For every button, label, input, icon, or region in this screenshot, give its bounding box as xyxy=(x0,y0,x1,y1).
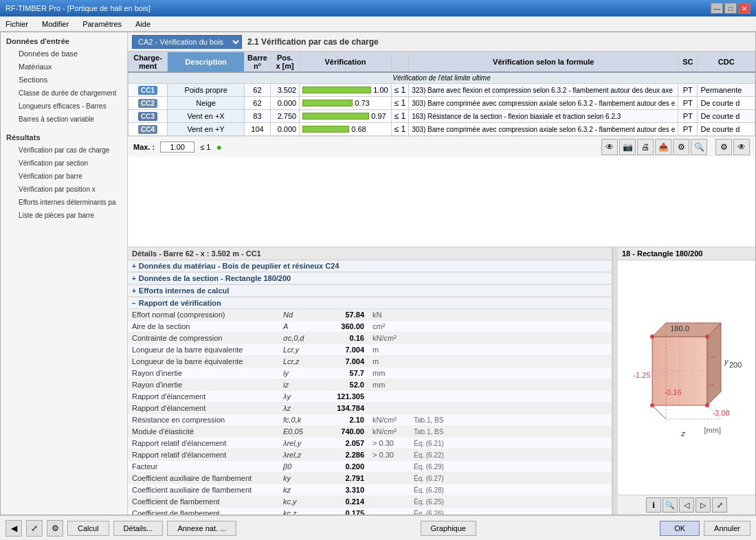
section-left-icon[interactable]: ◁ xyxy=(679,497,694,513)
cc2-sc: PT xyxy=(678,97,698,110)
sidebar-item-verif-section[interactable]: Vérification par section xyxy=(5,157,123,170)
section-right-icon[interactable]: ▷ xyxy=(696,497,711,513)
max-value: 1.00 xyxy=(160,142,194,153)
menu-parametres[interactable]: Paramètres xyxy=(80,19,124,30)
cc1-lesign: ≤ 1 xyxy=(391,84,409,97)
menu-modifier[interactable]: Modifier xyxy=(39,19,71,30)
verif-note: Tab.1, BS xyxy=(410,426,612,438)
verif-label: Longueur de la barre équivalente xyxy=(128,344,279,356)
sidebar-item-donnees-base[interactable]: Données de base xyxy=(5,47,123,60)
verif-unit xyxy=(368,473,410,484)
cc2-badge: CC2 xyxy=(129,97,168,110)
verif-unit: kN xyxy=(368,309,410,321)
verif-unit xyxy=(368,484,410,496)
sidebar-item-classe-duree[interactable]: Classe de durée de chargement xyxy=(5,87,123,100)
bottom-icon-3[interactable]: ⚙ xyxy=(47,520,63,537)
sidebar-item-efforts-internes[interactable]: Efforts internes déterminants pa xyxy=(5,196,123,209)
verif-label: Rapport relatif d'élancement xyxy=(128,438,279,449)
sidebar-item-longueurs[interactable]: Longueurs efficaces - Barres xyxy=(5,100,123,113)
verif-note: Éq. (6.21) xyxy=(410,438,612,449)
sidebar-item-barres-section[interactable]: Barres à section variable xyxy=(5,113,123,126)
verif-sym: λrel,y xyxy=(279,438,320,449)
verif-val: 3.310 xyxy=(320,484,368,496)
verif-label: Aire de la section xyxy=(128,321,279,333)
scrollbar[interactable] xyxy=(612,247,618,515)
sidebar-item-liste-pieces[interactable]: Liste de pièces par barre xyxy=(5,209,123,222)
verif-label: Facteur xyxy=(128,461,279,473)
table-row[interactable]: CC4 Vent en +Y 104 0.000 0.68 ≤ 1 303) B… xyxy=(129,123,755,136)
toolbar-icon-6[interactable]: 🔍 xyxy=(691,139,707,155)
cc1-cdc: Permanente xyxy=(698,84,755,97)
toolbar-icon-3[interactable]: 🖨 xyxy=(637,139,654,155)
toolbar-icon-5[interactable]: ⚙ xyxy=(673,139,689,155)
bottom-icon-1[interactable]: ◀ xyxy=(5,520,22,537)
verif-unit: m xyxy=(368,356,410,368)
verif-note xyxy=(410,403,612,414)
verif-detail-row: Rayon d'inertie iy 57.7 mm xyxy=(128,368,612,379)
verif-note xyxy=(410,309,612,321)
graphique-button[interactable]: Graphique xyxy=(421,521,476,536)
toolbar-icons: 👁 📷 🖨 📤 ⚙ 🔍 ⚙ 👁 xyxy=(601,139,750,155)
verif-label: Résistance en compression xyxy=(128,414,279,426)
verif-label: Rayon d'inertie xyxy=(128,379,279,391)
ok-button[interactable]: OK xyxy=(660,521,700,536)
verif-detail-row: Effort normal (compression) Nd 57.84 kN xyxy=(128,309,612,321)
verif-detail-row: Rayon d'inertie iz 52.0 mm xyxy=(128,379,612,391)
table-row[interactable]: CC1 Poids propre 62 3.502 1.00 ≤ 1 323) … xyxy=(129,84,755,97)
verif-detail-row: Rapport d'élancement λy 121.305 xyxy=(128,391,612,403)
cc2-barre: 62 xyxy=(245,97,271,110)
minimize-button[interactable]: — xyxy=(711,3,723,14)
toolbar-icon-4[interactable]: 📤 xyxy=(655,139,671,155)
toolbar-icon-1[interactable]: 👁 xyxy=(601,139,618,155)
verif-note xyxy=(410,344,612,356)
col-barre-header: Barren° xyxy=(245,52,271,73)
section-fit-icon[interactable]: ⤢ xyxy=(712,497,727,513)
table-row[interactable]: CC3 Vent en +X 83 2.750 0.97 ≤ 1 163) Ré… xyxy=(129,110,755,123)
title-bar-controls: — □ ✕ xyxy=(711,3,751,14)
sidebar-item-sections[interactable]: Sections xyxy=(5,74,123,87)
verif-note xyxy=(410,321,612,333)
verif-unit: > 0.30 xyxy=(368,438,410,449)
verif-sym: A xyxy=(279,321,320,333)
toolbar-icon-2[interactable]: 📷 xyxy=(619,139,636,155)
material-group-header[interactable]: + Données du matériau - Bois de peuplier… xyxy=(128,260,612,272)
close-button[interactable]: ✕ xyxy=(738,3,751,14)
sidebar-results-header: Résultats xyxy=(5,131,123,144)
sidebar-item-verif-barre[interactable]: Vérification par barre xyxy=(5,170,123,183)
cc2-pos: 0.000 xyxy=(270,97,299,110)
calcul-button[interactable]: Calcul xyxy=(67,521,109,536)
toolbar-icon-7[interactable]: ⚙ xyxy=(715,139,732,155)
section-group-header[interactable]: + Données de la section - Rectangle 180/… xyxy=(128,273,612,284)
verification-group-header[interactable]: − Rapport de vérification xyxy=(128,297,612,309)
details-button[interactable]: Détails... xyxy=(113,521,164,536)
col-description-header: Description xyxy=(168,52,245,73)
verif-note xyxy=(410,391,612,403)
maximize-button[interactable]: □ xyxy=(724,3,737,14)
bottom-icon-2[interactable]: ⤢ xyxy=(26,520,43,537)
sidebar-item-verif-cas-charge[interactable]: Vérification par cas de charge xyxy=(5,144,123,157)
sidebar-item-verif-position[interactable]: Vérification par position x xyxy=(5,183,123,196)
cc2-verif-cell: 0.73 xyxy=(300,97,391,110)
verif-val: 7.004 xyxy=(320,356,368,368)
svg-point-15 xyxy=(705,335,709,339)
verif-sym: Lcr,y xyxy=(279,344,320,356)
forces-group-header[interactable]: + Efforts internes de calcul xyxy=(128,285,612,297)
module-selector[interactable]: CA2 - Vérification du bois xyxy=(132,35,242,49)
module-title: 2.1 Vérification par cas de charge xyxy=(247,37,379,47)
verif-unit: kN/cm² xyxy=(368,333,410,344)
toolbar-icon-8[interactable]: 👁 xyxy=(733,139,750,155)
verif-label: Effort normal (compression) xyxy=(128,309,279,321)
ulti-subheader: Vérification de l'état limite ultime xyxy=(129,72,755,84)
cancel-button[interactable]: Annuler xyxy=(704,521,751,536)
verif-sym: Lcr,z xyxy=(279,356,320,368)
annexe-button[interactable]: Annexe nat. ... xyxy=(167,521,236,536)
cc3-verif-val: 0.97 xyxy=(371,112,386,120)
menu-fichier[interactable]: Fichier xyxy=(3,19,31,30)
table-row[interactable]: CC2 Neige 62 0.000 0.73 ≤ 1 303) Barre c… xyxy=(129,97,755,110)
top-table-area: Charge-ment Description Barren° Pos.x [m… xyxy=(128,52,755,247)
sidebar-item-materiaux[interactable]: Matériaux xyxy=(5,60,123,74)
section-info-icon[interactable]: ℹ xyxy=(646,497,661,513)
menu-aide[interactable]: Aide xyxy=(133,19,153,30)
max-row: Max. : 1.00 ≤ 1 ● 👁 📷 🖨 📤 ⚙ 🔍 ⚙ 👁 xyxy=(128,136,755,157)
section-zoom-icon[interactable]: 🔍 xyxy=(663,497,678,513)
